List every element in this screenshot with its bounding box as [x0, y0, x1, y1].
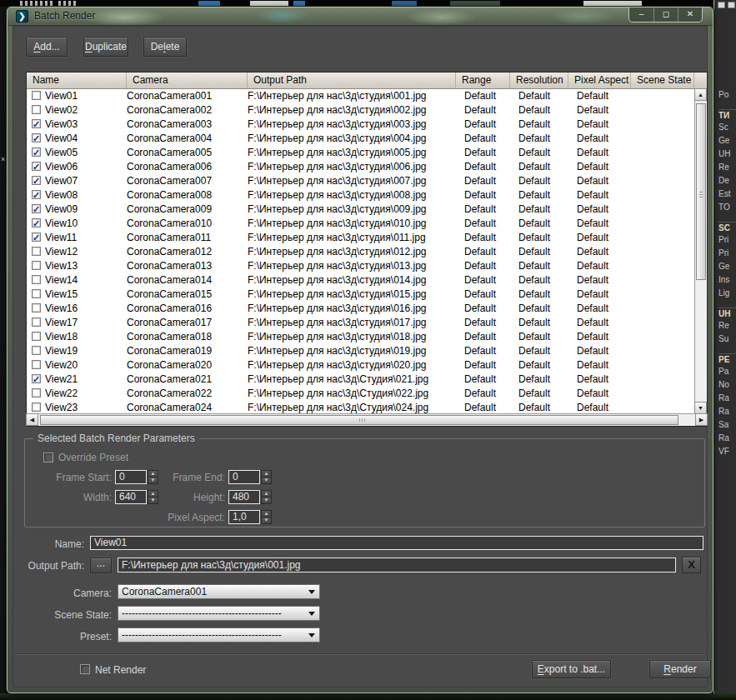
scroll-up-icon[interactable]: ▲ [694, 88, 707, 101]
row-checkbox[interactable] [32, 303, 41, 312]
row-checkbox[interactable] [32, 261, 41, 270]
row-checkbox[interactable] [32, 105, 41, 114]
override-preset-checkbox[interactable] [43, 452, 53, 462]
clear-output-icon[interactable]: X [682, 557, 701, 573]
row-checkbox[interactable]: ✓ [32, 119, 41, 128]
row-checkbox[interactable] [32, 346, 41, 355]
delete-button[interactable]: Delete [143, 37, 187, 57]
cell-camera: CoronaCamera011 [127, 231, 248, 245]
column-header-range[interactable]: Range [456, 72, 510, 88]
column-header-output-path[interactable]: Output Path [248, 72, 456, 88]
render-button[interactable]: Render [649, 660, 711, 678]
spinner-down-icon[interactable]: ▼ [261, 498, 272, 504]
vertical-scrollbar[interactable]: ▲ ▼ [694, 89, 707, 413]
spinner-up-icon[interactable]: ▲ [261, 510, 272, 518]
table-row[interactable]: View15CoronaCamera015F:\Интерьер для нас… [27, 288, 707, 302]
table-row[interactable]: ✓View11CoronaCamera011F:\Интерьер для на… [27, 231, 707, 245]
add-button[interactable]: Add... [26, 37, 68, 57]
row-checkbox[interactable]: ✓ [32, 190, 41, 199]
output-path-field[interactable]: F:\Интерьер для нас\3д\студия\001.jpg [118, 558, 676, 572]
frame-end-field[interactable]: 0 [228, 470, 260, 484]
row-checkbox[interactable]: ✓ [32, 232, 41, 242]
background-fragment [250, 1, 288, 6]
horizontal-scrollbar[interactable]: ◀ ▶ [27, 413, 707, 426]
cell-name: View13 [45, 259, 127, 273]
table-row[interactable]: View19CoronaCamera019F:\Интерьер для нас… [27, 344, 707, 358]
row-checkbox[interactable] [32, 247, 41, 256]
duplicate-button[interactable]: Duplicate [83, 37, 128, 57]
row-checkbox[interactable]: ✓ [32, 176, 41, 185]
scroll-left-icon[interactable]: ◀ [26, 413, 38, 426]
table-row[interactable]: ✓View04CoronaCamera004F:\Интерьер для на… [27, 132, 707, 146]
row-checkbox[interactable] [32, 402, 41, 412]
table-row[interactable]: ✓View07CoronaCamera007F:\Интерьер для на… [27, 174, 707, 188]
row-checkbox[interactable]: ✓ [32, 148, 41, 157]
pixel-aspect-field[interactable]: 1,0 [228, 510, 260, 524]
cell-scene-state [631, 103, 694, 118]
row-checkbox[interactable]: ✓ [32, 204, 41, 213]
table-row[interactable]: View12CoronaCamera012F:\Интерьер для нас… [27, 245, 707, 259]
spinner-up-icon[interactable]: ▲ [261, 470, 272, 478]
cell-name: View12 [45, 245, 127, 259]
dialog-titlebar[interactable]: ❯ Batch Render – ◻ ✕ [8, 8, 713, 26]
table-row[interactable]: View13CoronaCamera013F:\Интерьер для нас… [27, 259, 707, 273]
spinner-down-icon[interactable]: ▼ [261, 478, 272, 484]
camera-dropdown[interactable]: CoronaCamera001 [118, 584, 320, 599]
table-row[interactable]: View02CoronaCamera002F:\Интерьер для нас… [27, 103, 707, 118]
table-row[interactable]: View16CoronaCamera016F:\Интерьер для нас… [27, 302, 707, 316]
column-header-camera[interactable]: Camera [127, 72, 248, 88]
row-checkbox[interactable] [32, 275, 41, 284]
column-header-resolution[interactable]: Resolution [510, 72, 568, 88]
height-label: Height: [138, 492, 225, 503]
column-header-pixel-aspect[interactable]: Pixel Aspect [568, 72, 631, 88]
table-row[interactable]: View22CoronaCamera022F:\Интерьер для нас… [27, 387, 707, 401]
column-header-name[interactable]: Name [27, 72, 127, 88]
spinner-down-icon[interactable]: ▼ [261, 518, 272, 524]
row-checkbox[interactable] [32, 318, 41, 327]
table-row[interactable]: View18CoronaCamera018F:\Интерьер для нас… [27, 330, 707, 344]
row-checkbox[interactable]: ✓ [32, 162, 41, 171]
height-field[interactable]: 480 [228, 490, 260, 504]
export-bat-button[interactable]: Export to .bat... [532, 660, 611, 678]
cell-output-path: F:\Интерьер для нас\3д\Студия\021.jpg [248, 372, 456, 387]
row-checkbox[interactable] [32, 388, 41, 398]
cell-output-path: F:\Интерьер для нас\3д\студия\003.jpg [248, 118, 456, 132]
table-row[interactable]: ✓View21CoronaCamera021F:\Интерьер для на… [27, 372, 707, 387]
minimize-button[interactable]: – [629, 8, 653, 22]
cell-pixel-aspect: Default [568, 245, 631, 259]
table-row[interactable]: View01CoronaCamera001F:\Интерьер для нас… [27, 89, 707, 103]
table-row[interactable]: View20CoronaCamera020F:\Интерьер для нас… [27, 358, 707, 372]
scroll-right-icon[interactable]: ▶ [695, 413, 708, 426]
row-checkbox[interactable]: ✓ [32, 374, 41, 383]
cell-pixel-aspect: Default [568, 372, 631, 387]
net-render-checkbox[interactable] [80, 664, 90, 674]
browse-output-button[interactable]: ... [90, 558, 112, 573]
table-row[interactable]: ✓View10CoronaCamera010F:\Интерьер для на… [27, 217, 707, 231]
name-field[interactable]: View01 [90, 536, 703, 550]
vertical-scroll-thumb[interactable] [696, 103, 706, 280]
row-checkbox[interactable] [32, 289, 41, 298]
check-icon: ✓ [33, 174, 40, 188]
row-checkbox[interactable] [32, 91, 41, 100]
table-row[interactable]: ✓View09CoronaCamera009F:\Интерьер для на… [27, 202, 707, 217]
column-header-scene-state[interactable]: Scene State [631, 72, 694, 88]
row-checkbox[interactable]: ✓ [32, 133, 41, 142]
table-row[interactable]: ✓View03CoronaCamera003F:\Интерьер для на… [27, 118, 707, 132]
preset-dropdown[interactable]: ----------------------------------------… [118, 628, 320, 642]
scene-state-value: ----------------------------------------… [122, 608, 282, 619]
table-row[interactable]: ✓View05CoronaCamera005F:\Интерьер для на… [27, 146, 707, 160]
cell-camera: CoronaCamera017 [127, 316, 248, 330]
spinner-up-icon[interactable]: ▲ [261, 490, 272, 498]
table-row[interactable]: ✓View06CoronaCamera006F:\Интерьер для на… [27, 160, 707, 174]
scroll-down-icon[interactable]: ▼ [694, 402, 707, 414]
horizontal-scroll-thumb[interactable] [40, 415, 678, 425]
row-checkbox[interactable] [32, 360, 41, 369]
table-row[interactable]: View17CoronaCamera017F:\Интерьер для нас… [27, 316, 707, 330]
row-checkbox[interactable] [32, 332, 41, 341]
row-checkbox[interactable]: ✓ [32, 218, 41, 228]
table-row[interactable]: View14CoronaCamera014F:\Интерьер для нас… [27, 273, 707, 288]
close-button[interactable]: ✕ [678, 8, 702, 22]
maximize-button[interactable]: ◻ [653, 8, 678, 22]
scene-state-dropdown[interactable]: ----------------------------------------… [118, 606, 320, 621]
table-row[interactable]: ✓View08CoronaCamera008F:\Интерьер для на… [27, 188, 707, 202]
